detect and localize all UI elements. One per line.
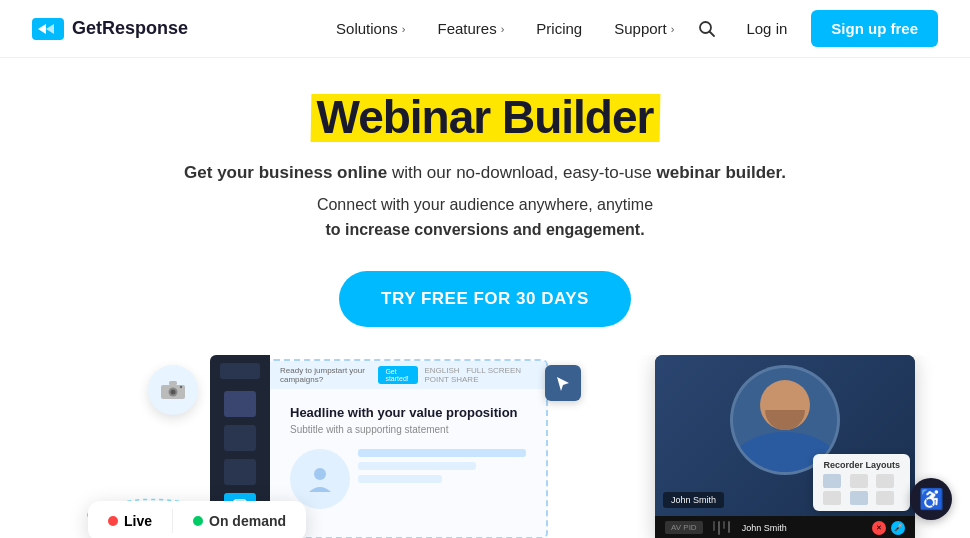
- presenter-controls: ✕ 🎤: [872, 521, 905, 535]
- tool-icon: [545, 365, 581, 401]
- panel-illustration: [290, 449, 350, 509]
- presenter-bottom-name: John Smith: [742, 523, 787, 533]
- svg-point-7: [180, 385, 182, 387]
- nav-features[interactable]: Features ›: [423, 12, 518, 45]
- subtitle-bold-part1: Get your business online: [184, 163, 387, 182]
- logo-text: GetResponse: [72, 18, 188, 39]
- hero-subtitle: Get your business online with our no-dow…: [20, 160, 950, 186]
- placeholder-bar3: [358, 475, 442, 483]
- panel-headline: Headline with your value proposition: [290, 405, 526, 420]
- recorder-grid: [823, 474, 900, 505]
- sub2-line2: to increase conversions and engagement.: [325, 221, 644, 238]
- recorder-cell: [823, 491, 841, 505]
- av-pid-label: AV PID: [665, 521, 703, 534]
- logo[interactable]: GetResponse: [32, 18, 188, 40]
- panel-controls: ENGLISH FULL SCREEN POINT SHARE: [424, 366, 536, 384]
- nav-support[interactable]: Support ›: [600, 12, 688, 45]
- svg-point-8: [314, 468, 326, 480]
- chevron-down-icon: ›: [671, 23, 675, 35]
- cta-button[interactable]: TRY FREE FOR 30 DAYS: [339, 271, 631, 327]
- presenter-panel: John Smith Recorder Layouts AV PID: [655, 355, 915, 538]
- panel-subheadline: Subtitle with a supporting statement: [290, 424, 526, 435]
- nav-links: Solutions › Features › Pricing Support ›: [322, 12, 688, 45]
- hero-title: Webinar Builder: [317, 90, 654, 144]
- svg-point-5: [171, 389, 176, 394]
- panel-get-started[interactable]: Get started!: [378, 366, 418, 384]
- panel-header-text: Ready to jumpstart your campaigns?: [280, 366, 372, 384]
- recorder-layouts-panel: Recorder Layouts: [813, 454, 910, 511]
- camera-bubble: [148, 365, 198, 415]
- demand-dot: [193, 516, 203, 526]
- search-icon[interactable]: [696, 18, 718, 40]
- sidebar-item: [220, 363, 260, 379]
- demand-tab[interactable]: On demand: [173, 501, 306, 538]
- nav-solutions[interactable]: Solutions ›: [322, 12, 419, 45]
- recorder-cell: [876, 474, 894, 488]
- hero-section: Webinar Builder Get your business online…: [0, 58, 970, 355]
- sidebar-item: [224, 391, 256, 417]
- live-dot: [108, 516, 118, 526]
- subtitle-text: with our no-download, easy-to-use: [387, 163, 656, 182]
- sidebar-item: [224, 425, 256, 451]
- presenter-name-badge: John Smith: [663, 492, 724, 508]
- control-bars: [713, 521, 730, 535]
- signup-button[interactable]: Sign up free: [811, 10, 938, 47]
- login-button[interactable]: Log in: [730, 12, 803, 45]
- subtitle-bold-part2: webinar builder.: [657, 163, 786, 182]
- sidebar-item: [224, 459, 256, 485]
- placeholder-bar1: [358, 449, 526, 457]
- presenter-bottom-bar: AV PID John Smith ✕ 🎤: [655, 516, 915, 538]
- hero-title-wrapper: Webinar Builder: [317, 90, 654, 144]
- live-ondemand-card: Live On demand: [88, 501, 306, 538]
- accessibility-icon: ♿: [919, 487, 944, 511]
- live-tab[interactable]: Live: [88, 501, 172, 538]
- hero-sub2: Connect with your audience anywhere, any…: [20, 192, 950, 243]
- presenter-area: John Smith Recorder Layouts: [655, 355, 915, 516]
- mute-button[interactable]: 🎤: [891, 521, 905, 535]
- svg-rect-6: [169, 381, 177, 385]
- sub2-line1: Connect with your audience anywhere, any…: [317, 196, 653, 213]
- svg-line-2: [710, 31, 715, 36]
- chevron-down-icon: ›: [402, 23, 406, 35]
- recorder-cell: [876, 491, 894, 505]
- placeholder-bar2: [358, 462, 476, 470]
- recorder-cell: [823, 474, 841, 488]
- demand-label: On demand: [209, 513, 286, 529]
- screenshot-area: Live On demand Ready to jumpstart your c…: [0, 355, 970, 538]
- chevron-down-icon: ›: [501, 23, 505, 35]
- recorder-layouts-label: Recorder Layouts: [823, 460, 900, 470]
- live-label: Live: [124, 513, 152, 529]
- recorder-cell: [850, 474, 868, 488]
- nav-pricing[interactable]: Pricing: [522, 12, 596, 45]
- recorder-cell: [850, 491, 868, 505]
- navbar: GetResponse Solutions › Features › Prici…: [0, 0, 970, 58]
- end-call-button[interactable]: ✕: [872, 521, 886, 535]
- accessibility-button[interactable]: ♿: [910, 478, 952, 520]
